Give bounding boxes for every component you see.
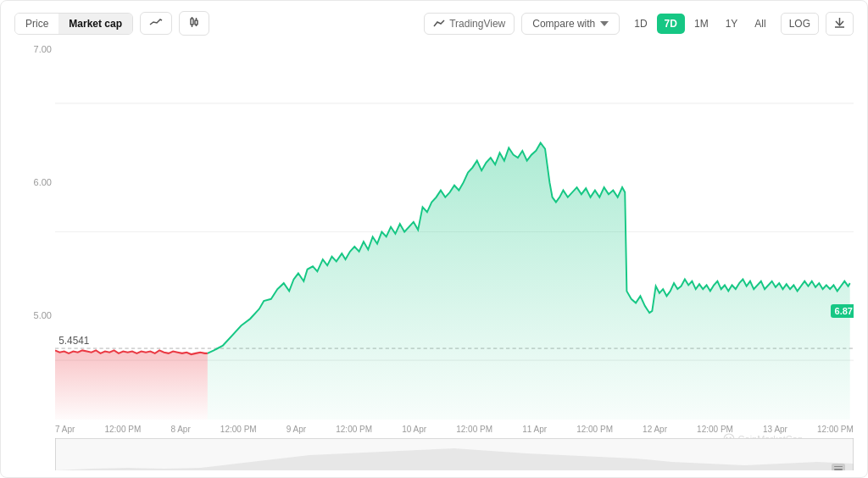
chart-area: 7.00 6.00 5.00 . — [14, 44, 854, 470]
compare-dropdown[interactable]: Compare with — [521, 13, 620, 35]
x-label-10: 12 Apr — [643, 425, 667, 434]
marketcap-tab[interactable]: Market cap — [58, 14, 132, 34]
x-label-12: 13 Apr — [763, 425, 787, 434]
chart-container: Price Market cap TradingView — [0, 0, 868, 478]
price-tab[interactable]: Price — [15, 14, 58, 34]
svg-marker-6 — [600, 21, 609, 26]
price-chart-svg: 5.4541 — [55, 44, 854, 420]
navigator-area — [55, 438, 854, 470]
x-label-9: 12:00 PM — [576, 425, 613, 434]
x-label-6: 10 Apr — [402, 425, 426, 434]
log-btn[interactable]: LOG — [781, 13, 819, 35]
svg-text:5.4541: 5.4541 — [58, 335, 89, 347]
toolbar: Price Market cap TradingView — [14, 11, 854, 36]
time-btn-1m[interactable]: 1M — [687, 14, 716, 34]
svg-rect-1 — [195, 20, 198, 25]
x-label-1: 12:00 PM — [104, 425, 141, 434]
x-label-8: 11 Apr — [522, 425, 547, 434]
time-btn-all[interactable]: All — [747, 14, 773, 34]
tradingview-label: TradingView — [449, 18, 505, 30]
line-chart-btn[interactable] — [140, 12, 172, 35]
x-label-0: 7 Apr — [55, 425, 75, 434]
time-range-buttons: 1D 7D 1M 1Y All — [626, 14, 773, 34]
svg-rect-0 — [191, 19, 193, 25]
navigator-svg — [55, 438, 854, 470]
candle-chart-btn[interactable] — [179, 11, 209, 36]
y-label-mid: 6.00 — [14, 177, 52, 187]
current-price-badge: 6.87 — [831, 304, 854, 318]
x-label-4: 9 Apr — [287, 425, 306, 434]
x-label-2: 8 Apr — [170, 425, 190, 434]
download-btn[interactable] — [826, 12, 854, 36]
y-label-top: 7.00 — [14, 44, 52, 54]
chart-type-toggle: Price Market cap — [14, 13, 133, 35]
x-label-5: 12:00 PM — [336, 425, 372, 434]
scrollbar-handle[interactable] — [832, 464, 845, 470]
chart-inner: 5.4541 6.87 USD CoinMarketCap 7 Apr 12:0… — [55, 44, 854, 470]
compare-label: Compare with — [532, 18, 595, 30]
time-btn-1y[interactable]: 1Y — [718, 14, 746, 34]
y-label-bottom: 5.00 — [14, 310, 52, 320]
tradingview-badge: TradingView — [424, 13, 515, 35]
x-label-13: 12:00 PM — [817, 425, 854, 434]
x-label-7: 12:00 PM — [456, 425, 492, 434]
time-btn-1d[interactable]: 1D — [626, 14, 654, 34]
x-label-3: 12:00 PM — [220, 425, 257, 434]
x-label-11: 12:00 PM — [697, 425, 733, 434]
y-axis: 7.00 6.00 5.00 . — [14, 44, 55, 470]
time-btn-7d[interactable]: 7D — [657, 14, 685, 34]
